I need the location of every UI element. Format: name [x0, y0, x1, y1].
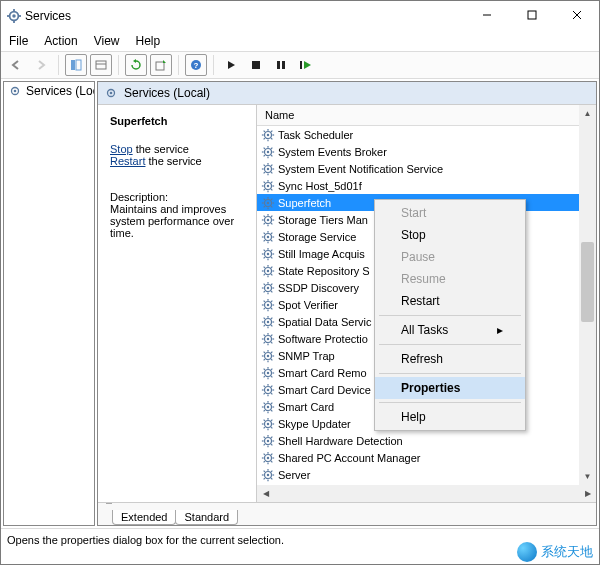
nav-root-services[interactable]: Services (Local [4, 82, 94, 100]
scroll-down-arrow[interactable]: ▼ [579, 468, 596, 485]
service-name: Shared PC Account Manager [278, 452, 420, 464]
service-row[interactable]: Server [257, 466, 596, 483]
close-button[interactable] [554, 1, 599, 29]
svg-line-163 [264, 359, 265, 360]
scroll-up-arrow[interactable]: ▲ [579, 105, 596, 122]
svg-line-32 [271, 138, 272, 139]
service-row[interactable]: System Event Notification Service [257, 160, 596, 177]
window-title: Services [25, 9, 71, 23]
svg-line-31 [264, 130, 265, 131]
service-name: Software Protectio [278, 333, 368, 345]
scroll-track[interactable] [579, 122, 596, 468]
menu-bar: File Action View Help [1, 31, 599, 51]
gear-icon [261, 451, 275, 465]
svg-line-84 [271, 215, 272, 216]
ctx-resume[interactable]: Resume [375, 268, 525, 290]
ctx-properties[interactable]: Properties [375, 377, 525, 399]
ctx-refresh[interactable]: Refresh [375, 348, 525, 370]
svg-line-133 [264, 308, 265, 309]
tab-standard[interactable]: Standard [175, 510, 238, 525]
ctx-stop[interactable]: Stop [375, 224, 525, 246]
horizontal-scrollbar[interactable]: ◀ ▶ [257, 485, 596, 502]
svg-line-203 [264, 427, 265, 428]
help-button[interactable]: ? [185, 54, 207, 76]
svg-rect-14 [156, 62, 164, 70]
ctx-restart[interactable]: Restart [375, 290, 525, 312]
toolbar: ? [1, 51, 599, 79]
menu-action[interactable]: Action [44, 34, 77, 48]
svg-line-184 [271, 385, 272, 386]
service-name: Still Image Acquis [278, 248, 365, 260]
refresh-button[interactable] [125, 54, 147, 76]
svg-line-202 [271, 427, 272, 428]
svg-rect-18 [277, 61, 280, 69]
maximize-button[interactable] [509, 1, 554, 29]
service-name: Shell Hardware Detection [278, 435, 403, 447]
back-button[interactable] [5, 54, 27, 76]
scroll-track-h[interactable] [274, 485, 579, 502]
service-row[interactable]: System Events Broker [257, 143, 596, 160]
ctx-help[interactable]: Help [375, 406, 525, 428]
gear-icon [261, 434, 275, 448]
svg-line-41 [264, 147, 265, 148]
svg-rect-12 [96, 61, 106, 69]
svg-line-54 [271, 164, 272, 165]
svg-line-71 [264, 198, 265, 199]
ctx-separator [379, 344, 521, 345]
pane-heading: Services (Local) [98, 82, 596, 105]
svg-point-226 [267, 473, 269, 475]
restart-link[interactable]: Restart [110, 155, 145, 167]
stop-service-button[interactable] [245, 54, 267, 76]
menu-help[interactable]: Help [136, 34, 161, 48]
gear-icon [104, 86, 118, 100]
service-row[interactable]: Task Scheduler [257, 126, 596, 143]
svg-line-73 [264, 206, 265, 207]
list-header[interactable]: Name [257, 105, 596, 126]
service-name: Storage Tiers Man [278, 214, 368, 226]
gear-icon [261, 247, 275, 261]
restart-service-button[interactable] [295, 54, 317, 76]
menu-file[interactable]: File [9, 34, 28, 48]
svg-point-46 [267, 167, 269, 169]
scroll-left-arrow[interactable]: ◀ [257, 485, 274, 502]
svg-line-91 [264, 232, 265, 233]
vertical-scrollbar[interactable]: ▲ ▼ [579, 105, 596, 485]
service-name: System Events Broker [278, 146, 387, 158]
forward-button[interactable] [30, 54, 52, 76]
service-row[interactable]: Shell Hardware Detection [257, 432, 596, 449]
menu-view[interactable]: View [94, 34, 120, 48]
nav-pane[interactable]: Services (Local [3, 81, 95, 526]
tab-extended[interactable]: Extended [112, 510, 176, 525]
svg-line-192 [271, 410, 272, 411]
ctx-start[interactable]: Start [375, 202, 525, 224]
scroll-right-arrow[interactable]: ▶ [579, 485, 596, 502]
separator [213, 55, 214, 75]
svg-point-116 [267, 286, 269, 288]
svg-line-33 [264, 138, 265, 139]
ctx-pause[interactable]: Pause [375, 246, 525, 268]
svg-point-56 [267, 184, 269, 186]
stop-link[interactable]: Stop [110, 143, 133, 155]
svg-point-166 [267, 371, 269, 373]
gear-icon [261, 145, 275, 159]
ctx-all-tasks[interactable]: All Tasks▸ [375, 319, 525, 341]
export-button[interactable] [150, 54, 172, 76]
svg-line-81 [264, 215, 265, 216]
svg-point-126 [267, 303, 269, 305]
gear-icon [261, 281, 275, 295]
service-row[interactable]: Sync Host_5d01f [257, 177, 596, 194]
show-hide-tree-button[interactable] [65, 54, 87, 76]
svg-line-182 [271, 393, 272, 394]
column-name[interactable]: Name [265, 109, 294, 121]
pause-service-button[interactable] [270, 54, 292, 76]
scroll-thumb[interactable] [581, 242, 594, 322]
minimize-button[interactable] [464, 1, 509, 29]
svg-line-44 [271, 147, 272, 148]
start-service-button[interactable] [220, 54, 242, 76]
service-row[interactable]: Shared PC Account Manager [257, 449, 596, 466]
restart-service-line: Restart the service [110, 155, 250, 167]
properties-button[interactable] [90, 54, 112, 76]
gear-icon [261, 196, 275, 210]
svg-line-121 [264, 283, 265, 284]
gear-icon [261, 128, 275, 142]
